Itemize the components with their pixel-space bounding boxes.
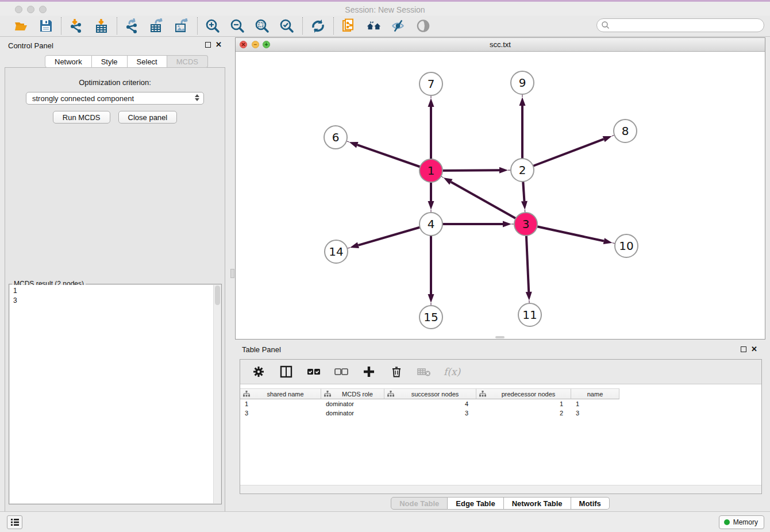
table-panel: Table Panel ✕ bbox=[235, 342, 765, 511]
network-canvas[interactable]: 7968124314101511 bbox=[236, 52, 765, 339]
table-cell[interactable]: 3 bbox=[240, 409, 321, 418]
table-settings-icon[interactable] bbox=[251, 364, 266, 380]
close-panel-icon[interactable]: ✕ bbox=[215, 42, 222, 48]
table-panel-title: Table Panel bbox=[242, 345, 281, 354]
select-all-icon[interactable] bbox=[306, 364, 321, 380]
save-session-icon[interactable] bbox=[38, 18, 53, 34]
apply-layout-icon[interactable] bbox=[310, 18, 326, 34]
zoom-out-icon[interactable] bbox=[230, 18, 245, 34]
graph-node-4[interactable]: 4 bbox=[419, 212, 443, 236]
control-panel: Control Panel ✕ NetworkStyleSelectMCDS O… bbox=[0, 37, 230, 507]
column-header-predecessor-nodes[interactable]: predecessor nodes bbox=[476, 388, 571, 399]
graph-node-10[interactable]: 10 bbox=[614, 234, 638, 258]
mcds-result-group: MCDS result (2 nodes) 1 3 bbox=[9, 284, 222, 504]
tab-network[interactable]: Network bbox=[45, 55, 92, 68]
open-session-icon[interactable] bbox=[13, 18, 29, 34]
mcds-result-text[interactable]: 1 3 bbox=[10, 285, 213, 503]
column-header-MCDS-role[interactable]: MCDS role bbox=[321, 388, 384, 399]
tab-style[interactable]: Style bbox=[92, 55, 128, 68]
optimization-criterion-label: Optimization criterion: bbox=[5, 78, 225, 87]
table-cell[interactable]: dominator bbox=[321, 409, 384, 418]
export-network-icon[interactable] bbox=[125, 18, 140, 34]
search-field[interactable] bbox=[596, 18, 764, 32]
tab-motifs[interactable]: Motifs bbox=[571, 497, 610, 510]
result-scrollbar[interactable] bbox=[213, 285, 221, 503]
tab-mcds[interactable]: MCDS bbox=[167, 55, 208, 68]
canvas-grip-icon[interactable] bbox=[495, 336, 505, 338]
table-cell[interactable]: dominator bbox=[321, 400, 384, 409]
export-table-icon[interactable] bbox=[149, 18, 165, 34]
table-cell[interactable]: 3 bbox=[571, 409, 619, 418]
graph-node-14[interactable]: 14 bbox=[324, 240, 348, 264]
add-column-icon[interactable] bbox=[361, 364, 376, 380]
window-titlebar: Session: New Session bbox=[0, 0, 770, 16]
table-cell[interactable]: 3 bbox=[384, 409, 476, 418]
zoom-in-icon[interactable] bbox=[205, 18, 221, 34]
import-network-icon[interactable] bbox=[69, 18, 84, 34]
table-cell[interactable]: 2 bbox=[476, 409, 571, 418]
show-graphics-icon[interactable] bbox=[415, 18, 431, 34]
graph-node-6[interactable]: 6 bbox=[324, 125, 348, 149]
table-cell[interactable]: 4 bbox=[384, 400, 476, 409]
criterion-value: strongly connected component bbox=[32, 94, 134, 103]
import-table-icon[interactable] bbox=[94, 18, 109, 34]
delete-table-icon bbox=[416, 364, 432, 380]
float-panel-icon[interactable] bbox=[205, 42, 211, 48]
task-history-button[interactable] bbox=[7, 515, 22, 529]
memory-status-icon bbox=[724, 519, 730, 525]
close-table-panel-icon[interactable]: ✕ bbox=[751, 346, 757, 352]
show-all-icon[interactable] bbox=[366, 18, 382, 34]
memory-button[interactable]: Memory bbox=[719, 515, 764, 529]
delete-column-icon[interactable] bbox=[388, 364, 404, 380]
deselect-all-icon[interactable] bbox=[333, 364, 349, 380]
hide-selected-icon[interactable] bbox=[391, 18, 406, 34]
table-row[interactable]: 1dominator411 bbox=[240, 400, 761, 409]
table-cell[interactable]: 1 bbox=[476, 400, 571, 409]
graph-node-8[interactable]: 8 bbox=[613, 119, 637, 143]
graph-node-15[interactable]: 15 bbox=[419, 305, 443, 329]
window-title: Session: New Session bbox=[0, 5, 770, 14]
column-header-name[interactable]: name bbox=[571, 388, 619, 399]
graph-node-2[interactable]: 2 bbox=[510, 158, 534, 182]
column-header-successor-nodes[interactable]: successor nodes bbox=[384, 388, 476, 399]
tab-node-table[interactable]: Node Table bbox=[391, 497, 448, 510]
table-row[interactable]: 3dominator323 bbox=[240, 409, 761, 418]
tab-edge-table[interactable]: Edge Table bbox=[448, 497, 503, 510]
close-panel-button[interactable]: Close panel bbox=[118, 111, 178, 124]
tab-select[interactable]: Select bbox=[128, 55, 167, 68]
splitter-grip-icon[interactable] bbox=[230, 269, 234, 278]
search-icon bbox=[601, 21, 610, 30]
graph-node-11[interactable]: 11 bbox=[518, 303, 542, 327]
network-window-titlebar[interactable]: ✕ − + scc.txt bbox=[236, 38, 765, 52]
panel-splitter[interactable] bbox=[230, 37, 235, 511]
dropdown-stepper-icon bbox=[195, 94, 199, 101]
zoom-selected-icon[interactable] bbox=[279, 18, 295, 34]
zoom-fit-icon[interactable] bbox=[255, 18, 270, 34]
tab-network-table[interactable]: Network Table bbox=[504, 497, 571, 510]
table-cell[interactable]: 1 bbox=[571, 400, 619, 409]
search-input[interactable] bbox=[596, 18, 764, 32]
table-header: shared nameMCDS rolesuccessor nodesprede… bbox=[240, 388, 761, 399]
control-panel-title: Control Panel bbox=[8, 41, 53, 50]
network-view-window: ✕ − + scc.txt 7968124314101511 bbox=[235, 37, 765, 340]
graph-node-9[interactable]: 9 bbox=[510, 71, 534, 95]
table-toolbar: f(x) bbox=[240, 360, 761, 384]
main-toolbar bbox=[0, 16, 770, 37]
split-view-icon[interactable] bbox=[278, 364, 294, 380]
network-window-title: scc.txt bbox=[236, 40, 765, 49]
node-table-container: f(x) shared nameMCDS rolesuccessor nodes… bbox=[240, 359, 762, 494]
table-hscrollbar[interactable] bbox=[240, 485, 761, 494]
export-image-icon[interactable] bbox=[174, 18, 190, 34]
first-neighbors-icon[interactable] bbox=[341, 18, 357, 34]
criterion-dropdown[interactable]: strongly connected component bbox=[26, 92, 204, 105]
run-mcds-button[interactable]: Run MCDS bbox=[53, 111, 110, 124]
graph-node-3[interactable]: 3 bbox=[514, 212, 538, 236]
table-cell[interactable]: 1 bbox=[240, 400, 321, 409]
control-panel-tabs: NetworkStyleSelectMCDS bbox=[45, 55, 208, 68]
table-tabs: Node TableEdge TableNetwork TableMotifs bbox=[235, 497, 765, 510]
column-header-shared-name[interactable]: shared name bbox=[240, 388, 321, 399]
graph-node-1[interactable]: 1 bbox=[419, 159, 443, 183]
status-bar: Memory bbox=[0, 511, 770, 532]
float-table-panel-icon[interactable] bbox=[741, 346, 746, 352]
graph-node-7[interactable]: 7 bbox=[419, 72, 443, 96]
